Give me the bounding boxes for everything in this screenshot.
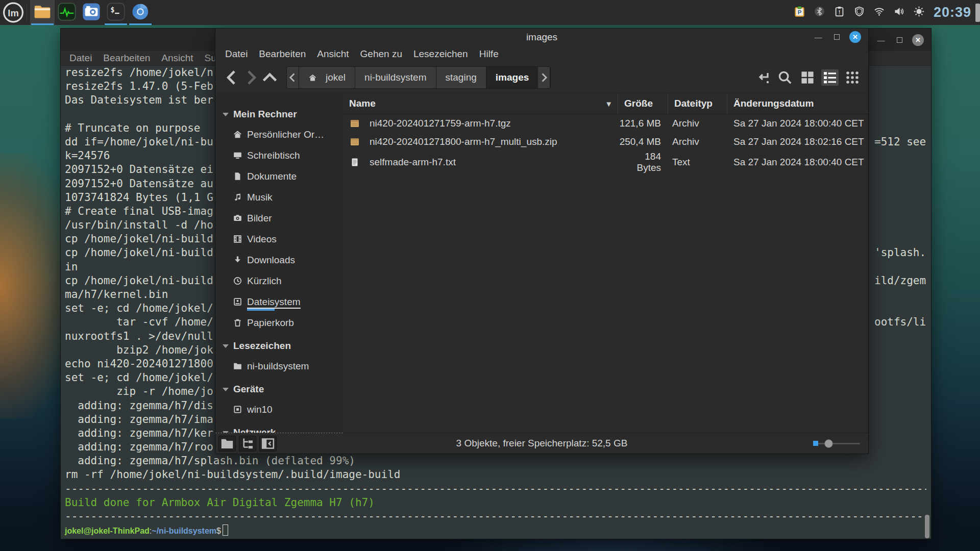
sidebar-row[interactable]: Dateisystem	[215, 291, 343, 312]
file-row[interactable]: ni420-202401271800-arm-h7_multi_usb.zip …	[343, 133, 868, 151]
search-button[interactable]	[776, 69, 794, 86]
app-launcher[interactable]	[30, 0, 55, 25]
list-view-icon	[821, 69, 839, 86]
fm-close-button[interactable]: ✕	[849, 31, 861, 43]
system-tray: P!	[794, 7, 930, 19]
compact-view-button[interactable]	[844, 69, 861, 86]
app-launcher[interactable]: $	[104, 0, 128, 25]
clipboard-p-icon: P	[794, 6, 805, 19]
sidebar-row[interactable]: Geräte	[215, 380, 343, 399]
fm-menubar: DateiBearbeitenAnsichtGehen zuLesezeiche…	[215, 45, 868, 62]
breadcrumb-scroll-left[interactable]	[287, 67, 299, 88]
terminal-menu-item[interactable]: Ansicht	[156, 53, 199, 64]
hide-sidebar-icon	[260, 436, 276, 451]
zoom-slider[interactable]	[813, 438, 860, 448]
fm-menu-item[interactable]: Ansicht	[311, 48, 354, 60]
fm-menu-item[interactable]: Hilfe	[474, 48, 504, 60]
forward-button[interactable]	[241, 67, 260, 88]
tray-icon[interactable]	[873, 7, 886, 19]
terminal-line: ----------------------------------------…	[65, 510, 926, 523]
sidebar-row[interactable]: Papierkorb	[215, 312, 343, 333]
sidebar-row[interactable]: Bilder	[215, 208, 343, 229]
file-row[interactable]: selfmade-arm-h7.txt 184 Bytes Text Sa 27…	[343, 151, 868, 169]
sidebar-row[interactable]: win10	[215, 399, 343, 420]
up-button[interactable]	[260, 67, 279, 88]
column-header[interactable]: Größe	[618, 93, 668, 114]
tray-icon[interactable]	[893, 7, 905, 19]
breadcrumb-segment[interactable]: images	[486, 67, 538, 88]
sidebar-row[interactable]: Dokumente	[215, 166, 343, 187]
app-launcher[interactable]	[55, 0, 79, 25]
app-launcher[interactable]	[79, 0, 104, 25]
terminal-line: Build done for Armbox Air Digital Zgemma…	[65, 496, 926, 510]
section-collapse-icon	[223, 113, 229, 116]
sidebar-row[interactable]: Musik	[215, 187, 343, 208]
tray-icon[interactable]	[913, 7, 925, 19]
sidebar-row[interactable]: Kürzlich	[215, 270, 343, 291]
tray-icon[interactable]	[853, 7, 866, 19]
zoom-slider-min-mark	[813, 441, 818, 446]
breadcrumb-segment[interactable]: staging	[436, 67, 486, 88]
tray-icon[interactable]	[814, 7, 826, 19]
home-icon	[308, 73, 317, 82]
fm-menu-item[interactable]: Bearbeiten	[253, 48, 311, 60]
document-icon	[232, 171, 242, 182]
terminal-close-button[interactable]: ✕	[912, 34, 924, 46]
bluetooth-icon	[814, 6, 825, 19]
trash-icon	[232, 318, 242, 328]
sidebar-row[interactable]: Netzwerk	[215, 423, 343, 433]
fm-minimize-button[interactable]: —	[813, 32, 824, 43]
files-app-icon	[33, 2, 52, 23]
sidebar-row[interactable]: Persönlicher Or…	[215, 124, 343, 145]
sidebar-row[interactable]: Schreibtisch	[215, 145, 343, 166]
back-button[interactable]	[223, 67, 241, 88]
filesystem-icon	[232, 297, 242, 307]
toggle-location-entry-button[interactable]	[754, 69, 771, 86]
report-icon: !	[834, 6, 845, 19]
terminal-menu-item[interactable]: Bearbeiten	[97, 53, 156, 64]
chevron-left-icon	[287, 67, 299, 88]
terminal-scrollbar[interactable]	[925, 515, 929, 538]
list-view-button[interactable]	[821, 69, 839, 86]
brightness-icon	[913, 6, 925, 19]
show-desktop-bar[interactable]	[975, 4, 980, 22]
terminal-menu-item[interactable]: Datei	[64, 53, 97, 64]
column-header[interactable]: Änderungsdatum	[727, 93, 868, 114]
breadcrumb-scroll-right[interactable]	[538, 67, 550, 88]
column-header[interactable]: Name▼	[343, 93, 618, 114]
panel-clock[interactable]: 20:39	[934, 5, 971, 20]
list-header: Name▼GrößeDateitypÄnderungsdatum	[343, 93, 868, 114]
app-launcher[interactable]	[128, 0, 153, 25]
show-treeview-button[interactable]	[239, 436, 256, 452]
column-header[interactable]: Dateityp	[668, 93, 727, 114]
sidebar-row[interactable]: ni-buildsystem	[215, 356, 343, 377]
tray-icon[interactable]: P	[794, 7, 806, 19]
fm-titlebar[interactable]: images — ✕	[215, 29, 868, 45]
fm-menu-item[interactable]: Gehen zu	[355, 48, 408, 60]
breadcrumb-segment[interactable]: ni-buildsystem	[355, 67, 436, 88]
tray-icon[interactable]: !	[834, 7, 846, 19]
sidebar-row[interactable]: Mein Rechner	[215, 105, 343, 124]
sidebar-row[interactable]: Videos	[215, 229, 343, 249]
mint-menu-button[interactable]: lm	[0, 0, 27, 25]
icon-view-button[interactable]	[799, 69, 816, 86]
svg-text:!: !	[839, 9, 841, 15]
breadcrumb-segment[interactable]: jokel	[299, 67, 355, 88]
hide-sidebar-button[interactable]	[259, 436, 277, 452]
volume-icon	[893, 6, 905, 19]
zoom-slider-handle[interactable]	[824, 439, 833, 448]
show-places-button[interactable]	[218, 436, 236, 452]
sidebar-row[interactable]: Downloads	[215, 249, 343, 270]
fm-maximize-button[interactable]	[831, 32, 842, 43]
sidebar-row[interactable]: Lesezeichen	[215, 336, 343, 356]
terminal-maximize-button[interactable]	[894, 34, 905, 45]
home-icon	[232, 130, 242, 140]
fm-menu-item[interactable]: Lesezeichen	[408, 48, 474, 60]
zoom-slider-track[interactable]	[813, 443, 860, 444]
grid-view-icon	[799, 69, 816, 86]
panel-launchers: $	[30, 0, 153, 25]
fm-menu-item[interactable]: Datei	[219, 48, 253, 60]
terminal-minimize-button[interactable]: —	[875, 34, 887, 45]
file-row[interactable]: ni420-202401271759-arm-h7.tgz 121,6 MB A…	[343, 114, 868, 133]
download-icon	[232, 255, 242, 265]
